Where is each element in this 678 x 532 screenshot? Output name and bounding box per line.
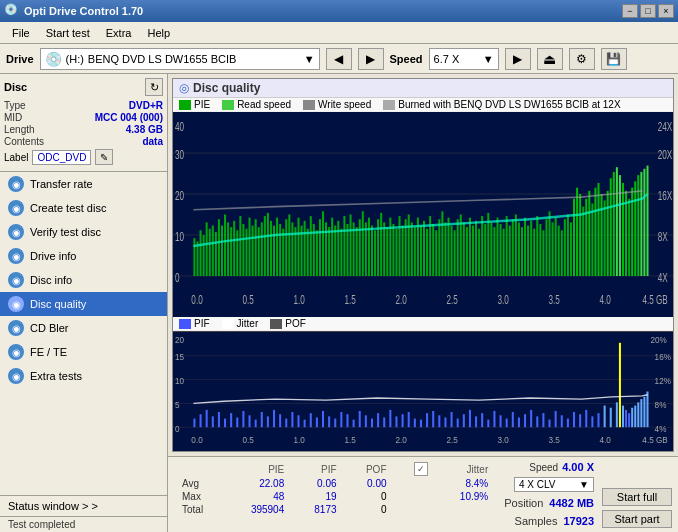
menu-start-test[interactable]: Start test xyxy=(38,25,98,41)
svg-rect-78 xyxy=(356,227,358,276)
svg-rect-261 xyxy=(573,412,575,427)
upper-chart: 0 10 20 30 40 4X 8X 16X 20X 24X 0.0 0.5 … xyxy=(173,112,673,317)
drive-prev-button[interactable]: ◀ xyxy=(326,48,352,70)
drive-next-button[interactable]: ▶ xyxy=(358,48,384,70)
svg-rect-83 xyxy=(371,226,373,276)
restore-button[interactable]: □ xyxy=(640,4,656,18)
svg-rect-63 xyxy=(310,216,312,276)
speed-dropdown-box[interactable]: 4 X CLV ▼ xyxy=(514,477,594,492)
svg-rect-138 xyxy=(539,224,541,276)
nav-label-drive-info: Drive info xyxy=(30,250,76,262)
svg-text:4.0: 4.0 xyxy=(600,293,611,307)
speed-stat-value: 4.00 X xyxy=(562,461,594,473)
svg-rect-172 xyxy=(643,169,645,276)
svg-text:4.5 GB: 4.5 GB xyxy=(642,435,668,445)
svg-text:15: 15 xyxy=(175,352,184,362)
svg-rect-120 xyxy=(484,224,486,276)
sidebar-item-cd-bler[interactable]: ◉ CD Bler xyxy=(0,316,167,340)
svg-rect-250 xyxy=(506,419,508,428)
save-button[interactable]: 💾 xyxy=(601,48,627,70)
svg-rect-67 xyxy=(322,211,324,276)
sidebar-item-verify-test-disc[interactable]: ◉ Verify test disc xyxy=(0,220,167,244)
col-header-pif: PIF xyxy=(292,461,344,477)
speed-dropdown-arrow: ▼ xyxy=(579,479,589,490)
chart-title: Disc quality xyxy=(193,81,260,95)
svg-rect-97 xyxy=(414,227,416,276)
svg-text:1.0: 1.0 xyxy=(293,293,304,307)
verify-test-disc-icon: ◉ xyxy=(8,224,24,240)
sidebar-item-transfer-rate[interactable]: ◉ Transfer rate xyxy=(0,172,167,196)
svg-rect-37 xyxy=(230,227,232,276)
status-window-button[interactable]: Status window > > xyxy=(0,496,167,517)
svg-rect-148 xyxy=(570,222,572,276)
start-part-button[interactable]: Start part xyxy=(602,510,672,528)
svg-rect-126 xyxy=(503,229,505,276)
col-header-check[interactable]: ✓ xyxy=(395,461,436,477)
svg-text:30: 30 xyxy=(175,147,184,161)
avg-empty xyxy=(395,477,436,490)
svg-rect-264 xyxy=(591,416,593,427)
speed-dropdown-label: 4 X CLV xyxy=(519,479,556,490)
sidebar-item-create-test-disc[interactable]: ◉ Create test disc xyxy=(0,196,167,220)
svg-text:4X: 4X xyxy=(658,270,668,284)
total-pie: 395904 xyxy=(225,503,293,516)
svg-text:4.0: 4.0 xyxy=(600,435,612,445)
svg-rect-272 xyxy=(628,413,630,427)
svg-rect-59 xyxy=(297,218,299,276)
sidebar-item-fe-te[interactable]: ◉ FE / TE xyxy=(0,340,167,364)
svg-rect-29 xyxy=(206,222,208,276)
nav-label-disc-info: Disc info xyxy=(30,274,72,286)
total-row: Total 395904 8173 0 xyxy=(174,503,496,516)
svg-text:20: 20 xyxy=(175,188,184,202)
svg-rect-79 xyxy=(359,219,361,276)
action-buttons: Start full Start part xyxy=(602,461,672,528)
menu-file[interactable]: File xyxy=(4,25,38,41)
speed-selector[interactable]: 6.7 X ▼ xyxy=(429,48,499,70)
svg-text:0.0: 0.0 xyxy=(191,293,202,307)
start-full-button[interactable]: Start full xyxy=(602,488,672,506)
sidebar-item-extra-tests[interactable]: ◉ Extra tests xyxy=(0,364,167,388)
legend-write-speed-label: Write speed xyxy=(318,99,371,110)
svg-rect-145 xyxy=(561,230,563,276)
total-empty xyxy=(395,503,436,516)
sidebar-item-drive-info[interactable]: ◉ Drive info xyxy=(0,244,167,268)
svg-rect-34 xyxy=(221,226,223,276)
nav-label-fe-te: FE / TE xyxy=(30,346,67,358)
minimize-button[interactable]: − xyxy=(622,4,638,18)
svg-rect-72 xyxy=(337,221,339,276)
menu-extra[interactable]: Extra xyxy=(98,25,140,41)
svg-text:40: 40 xyxy=(175,119,184,133)
type-label: Type xyxy=(4,100,26,111)
lower-legend: PIF Jitter POF xyxy=(173,317,673,331)
svg-rect-208 xyxy=(249,415,251,427)
svg-rect-73 xyxy=(340,229,342,276)
title-bar: 💿 Opti Drive Control 1.70 − □ × xyxy=(0,0,678,22)
svg-rect-27 xyxy=(200,230,202,276)
disc-label-edit-button[interactable]: ✎ xyxy=(95,149,113,165)
svg-rect-128 xyxy=(509,226,511,276)
svg-rect-118 xyxy=(478,229,480,276)
close-button[interactable]: × xyxy=(658,4,674,18)
drive-selector[interactable]: 💿 (H:) BENQ DVD LS DW1655 BCIB ▼ xyxy=(40,48,320,70)
total-label: Total xyxy=(174,503,225,516)
svg-rect-238 xyxy=(432,411,434,427)
svg-rect-42 xyxy=(245,229,247,276)
eject-button[interactable]: ⏏ xyxy=(537,48,563,70)
menu-help[interactable]: Help xyxy=(139,25,178,41)
svg-rect-142 xyxy=(552,222,554,276)
svg-rect-263 xyxy=(585,410,587,427)
settings-button[interactable]: ⚙ xyxy=(569,48,595,70)
svg-rect-230 xyxy=(383,417,385,427)
svg-rect-227 xyxy=(365,415,367,427)
sidebar-item-disc-quality[interactable]: ◉ Disc quality xyxy=(0,292,167,316)
speed-apply-button[interactable]: ▶ xyxy=(505,48,531,70)
samples-value: 17923 xyxy=(563,515,594,527)
svg-rect-211 xyxy=(267,416,269,427)
contents-label: Contents xyxy=(4,136,44,147)
svg-rect-274 xyxy=(634,406,636,428)
svg-rect-255 xyxy=(536,416,538,427)
svg-rect-206 xyxy=(236,417,238,427)
sidebar-item-disc-info[interactable]: ◉ Disc info xyxy=(0,268,167,292)
svg-rect-117 xyxy=(475,221,477,276)
disc-refresh-button[interactable]: ↻ xyxy=(145,78,163,96)
